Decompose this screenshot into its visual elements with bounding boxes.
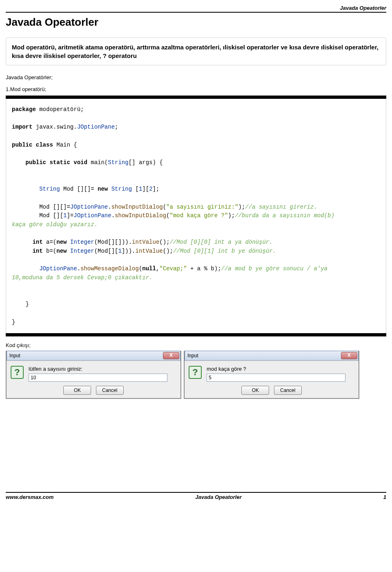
class-name: String (39, 186, 60, 192)
dialogs-row: Input X ? lütfen a sayısını giriniz: OK … (6, 351, 386, 399)
input-dialog-2: Input X ? mod kaça göre ? OK Cancel (184, 351, 359, 399)
code-text: } (12, 319, 15, 325)
method-name: showInputDialog (115, 212, 166, 219)
code-text (12, 186, 39, 192)
cancel-button[interactable]: Cancel (96, 386, 124, 395)
comment: //burda da a sayısının mod(b) (235, 212, 334, 219)
dialog-body: ? mod kaça göre ? OK Cancel (185, 361, 359, 398)
dialog-titlebar[interactable]: Input X (185, 351, 359, 361)
code-bottom-bar (6, 333, 386, 336)
input-dialog-1: Input X ? lütfen a sayısını giriniz: OK … (6, 351, 181, 399)
code-text: main( (87, 159, 108, 166)
kw-package: package (12, 106, 36, 113)
question-icon: ? (11, 366, 24, 379)
code-text: [ (132, 186, 139, 192)
comment: //Mod [0][1] int b ye dönüşür. (173, 248, 276, 254)
dialog-title: Input (9, 353, 20, 358)
code-text: Main { (53, 142, 77, 148)
code-text: modoperatörü; (36, 106, 84, 113)
dialog-input[interactable] (29, 374, 167, 382)
dialog-body: ? lütfen a sayısını giriniz: OK Cancel (7, 361, 180, 398)
method-name: intValue (132, 239, 159, 245)
comment: kaça göre olduğu yazarız. (12, 221, 98, 228)
code-text: b=( (43, 248, 57, 254)
divider (6, 12, 386, 13)
code-text: Mod [][]= (60, 186, 98, 192)
dialog-message: mod kaça göre ? (207, 366, 345, 372)
code-text: } (12, 301, 29, 307)
comment: 10,moduna da 5 dersek Cevap;0 çıkacaktır… (12, 274, 152, 281)
class-name: JOptionPane (39, 265, 77, 272)
class-name: String (108, 186, 132, 192)
code-text: ); (228, 212, 235, 219)
cancel-button[interactable]: Cancel (274, 386, 302, 395)
dialog-titlebar[interactable]: Input X (7, 351, 180, 361)
code-text (12, 265, 39, 272)
kw-null: null (142, 265, 156, 272)
dialog-input[interactable] (207, 374, 345, 382)
class-name: Integer (67, 248, 94, 254)
code-text: [] args) { (129, 159, 163, 166)
comment: //a mod b ye göre sonucu / a'ya (221, 265, 327, 272)
code-text: . (77, 265, 80, 272)
lit: 1 (118, 248, 122, 254)
output-label: Kod çıkışı; (6, 342, 386, 348)
ok-button[interactable]: OK (63, 386, 91, 395)
kw-new: new (56, 239, 67, 245)
method-name: showMessageDialog (80, 265, 139, 272)
code-text: ]; (153, 186, 160, 192)
code-text: ( (163, 204, 166, 210)
code-text: + a % b); (187, 265, 221, 272)
lit: 2 (149, 186, 152, 192)
paragraph-2: 1.Mod operatörü; (6, 86, 386, 92)
page-title: Javada Opeatorler (6, 16, 386, 29)
code-text: Mod [][]= (12, 204, 70, 210)
close-icon[interactable]: X (163, 352, 179, 359)
code-text: (); (159, 239, 169, 245)
kw-int: int (12, 248, 43, 254)
intro-summary: Mod operatörü, aritmetik atama operatörü… (6, 38, 386, 65)
code-text: ( (166, 212, 169, 219)
string-lit: "Cevap;" (159, 265, 187, 272)
code-text: a=( (43, 239, 57, 245)
code-text: Mod [][ (12, 212, 63, 219)
dialog-title: Input (187, 353, 198, 358)
code-text: . (111, 212, 115, 219)
code-block: package modoperatörü; import javax.swing… (6, 99, 386, 333)
string-lit: "mod kaça göre ?" (170, 212, 228, 219)
comment: //a sayısını gireriz. (245, 204, 317, 210)
class-name: JOptionPane (77, 124, 115, 130)
page-footer: www.dersmax.com Javada Opeatorler 1 (6, 492, 386, 504)
comment: //Mod [0][0] int a ya dönüşür. (170, 239, 273, 245)
code-text: ; (115, 124, 118, 130)
header-category: Javada Opeatorler (6, 5, 386, 12)
footer-left: www.dersmax.com (6, 494, 53, 500)
class-name: Integer (67, 239, 94, 245)
method-name: showInputDialog (111, 204, 163, 210)
question-icon: ? (189, 366, 202, 379)
kw-public-class: public class (12, 142, 53, 148)
footer-page-number: 1 (383, 494, 386, 500)
code-text: ]= (67, 212, 74, 219)
code-text: ])). (122, 248, 136, 254)
class-name: String (108, 159, 128, 166)
code-text: javax.swing. (32, 124, 77, 130)
kw-new: new (56, 248, 67, 254)
code-text: (); (163, 248, 173, 254)
code-text: ); (238, 204, 245, 210)
code-text: (Mod[][ (94, 248, 118, 254)
code-text: ][ (142, 186, 149, 192)
ok-button[interactable]: OK (241, 386, 269, 395)
class-name: JOptionPane (70, 204, 108, 210)
class-name: JOptionPane (74, 212, 111, 219)
method-name: intValue (136, 248, 163, 254)
close-icon[interactable]: X (341, 352, 357, 359)
paragraph-1: Javada Operatörler; (6, 74, 386, 80)
dialog-message: lütfen a sayısını giriniz: (29, 366, 167, 372)
code-top-bar (6, 96, 386, 99)
kw-import: import (12, 124, 32, 130)
kw-public-static-void: public static void (12, 159, 87, 166)
footer-center: Javada Opeatorler (195, 494, 241, 500)
code-text: (Mod[][])). (94, 239, 132, 245)
string-lit: "a sayısını giriniz:" (166, 204, 238, 210)
